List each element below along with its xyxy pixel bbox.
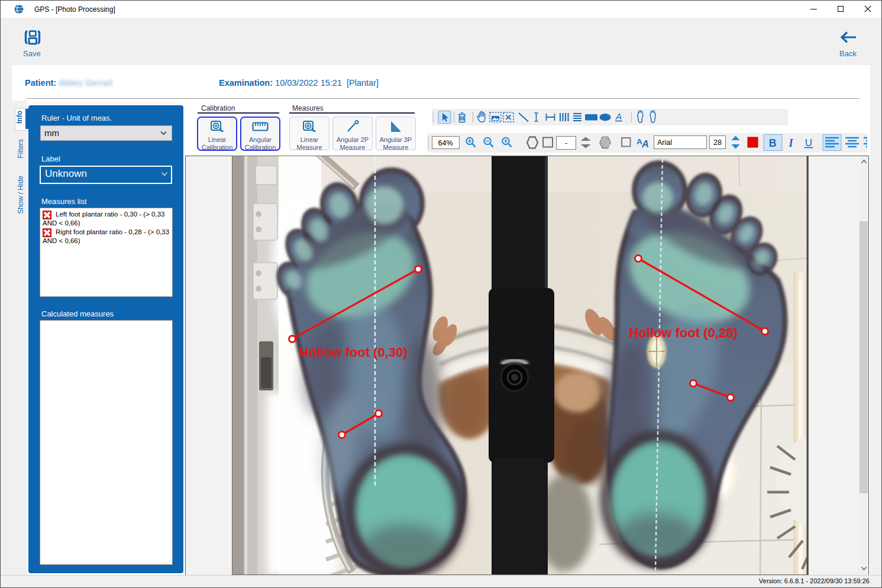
svg-text:A: A	[641, 138, 649, 149]
svg-text:28: 28	[713, 138, 722, 147]
svg-text:-: -	[565, 139, 567, 147]
svg-text:Arial: Arial	[657, 138, 672, 147]
svg-text:Hollow foot (0,28): Hollow foot (0,28)	[629, 325, 737, 340]
svg-text:64%: 64%	[438, 139, 453, 147]
svg-text:B: B	[769, 137, 777, 149]
svg-text:U: U	[805, 137, 812, 148]
svg-text:A: A	[615, 111, 622, 121]
svg-text:Hollow foot (0,30): Hollow foot (0,30)	[299, 345, 407, 360]
svg-text:I: I	[788, 137, 793, 149]
